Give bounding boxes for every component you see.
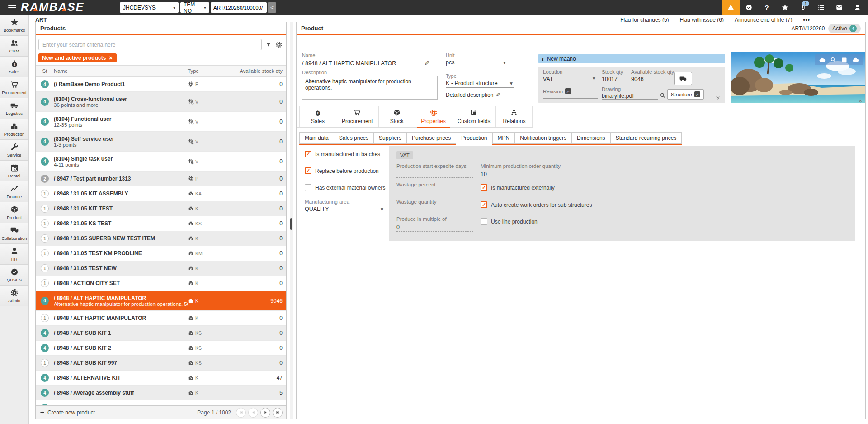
subtab-sales-prices[interactable]: Sales prices: [334, 132, 373, 144]
menu-icon[interactable]: [8, 4, 16, 11]
subtab-main-data[interactable]: Main data: [299, 132, 334, 144]
collapse-header-icon[interactable]: [857, 98, 863, 104]
product-row[interactable]: 1 / 8948 / ALT HAPTIC MANIPULATOR K 0: [36, 311, 286, 326]
col-st[interactable]: St: [36, 68, 54, 74]
sidebar-item-logistics[interactable]: Logistics: [0, 98, 28, 119]
product-row[interactable]: 4 (/ RamBase Demo Product1 P 0: [36, 77, 286, 92]
tab-procurement[interactable]: Procurement: [336, 106, 379, 127]
sidebar-item-service[interactable]: Service: [0, 140, 28, 161]
checkbox-auto-create-work-orders-for-sub-structures[interactable]: ✓: [481, 201, 487, 208]
field-underline[interactable]: [396, 213, 473, 213]
topbar-verified-button[interactable]: [740, 0, 758, 15]
sidebar-item-crm[interactable]: CRM: [0, 36, 28, 57]
subtab-standard-recurring-prices[interactable]: Standard recurring prices: [610, 132, 682, 144]
unit-select[interactable]: pcs▼: [446, 59, 507, 67]
topbar-favorites-button[interactable]: [776, 0, 794, 15]
sidebar-item-production[interactable]: Production: [0, 119, 28, 140]
system-select[interactable]: JHCDEVSYS▾: [120, 2, 179, 13]
product-row[interactable]: 1 / 8948 / 31.05 KIT ASSEMBLY KA 0: [36, 186, 286, 201]
sidebar-item-procurement[interactable]: Procurement: [0, 77, 28, 98]
type-select[interactable]: K - Product structure▼: [446, 80, 514, 88]
checkbox-is-manufactured-externally[interactable]: ✓: [481, 184, 487, 191]
sidebar-item-finance[interactable]: Finance: [0, 181, 28, 202]
name-field[interactable]: / 8948 / ALT HAPTIC MANIPULATOR ✎: [302, 60, 429, 67]
topbar-messages-button[interactable]: [830, 0, 848, 15]
previous-page-button[interactable]: [248, 408, 258, 418]
product-row[interactable]: 2 / 8947 / Test part number 1313 P 0: [36, 172, 286, 186]
topbar-tasks-button[interactable]: [812, 0, 830, 15]
sidebar-item-collaboration[interactable]: Collaboration: [0, 223, 28, 244]
last-page-button[interactable]: [273, 408, 283, 418]
product-row[interactable]: 1 / 8948 / ACTION CITY SET K 0: [36, 276, 286, 291]
col-type[interactable]: Type: [188, 68, 222, 74]
settings-icon[interactable]: [275, 41, 283, 48]
subtab-dimensions[interactable]: Dimensions: [571, 132, 610, 144]
tab-stock[interactable]: Stock: [379, 106, 415, 127]
open-image-icon[interactable]: [841, 57, 848, 63]
drawing-value[interactable]: binaryfile.pdf: [602, 93, 658, 100]
upload-image-icon[interactable]: [819, 57, 826, 63]
subtab-notification-triggers[interactable]: Notification triggers: [514, 132, 571, 144]
checkbox-is-manufactured-in-batches[interactable]: ✓: [305, 151, 311, 157]
product-row[interactable]: 4 / 8948 / ALT SUB KIT 2 KS 0: [36, 341, 286, 356]
tab-sales[interactable]: $Sales: [299, 106, 336, 127]
checkbox-has-external-material-owners[interactable]: [305, 184, 311, 191]
product-row[interactable]: 4 / 8948 / ALT SUB KIT 1 KS 0: [36, 326, 286, 341]
target-input[interactable]: [211, 2, 267, 13]
company-select[interactable]: TEM-NO▾: [180, 2, 209, 13]
location-select[interactable]: VAT▼: [543, 76, 596, 82]
product-row[interactable]: 4 / 8948 / Average assembly stuff K 5: [36, 386, 286, 400]
field-underline[interactable]: [396, 231, 473, 232]
product-row[interactable]: 1 / 8948 / ALT SUB KIT 997 KS 0: [36, 356, 286, 371]
field-underline[interactable]: [396, 177, 473, 178]
product-row[interactable]: 4 (8104) Self service user1-3 points V 0: [36, 132, 286, 152]
product-row[interactable]: 1 / 8948 / 31.05 KS TEST KS 0: [36, 216, 286, 231]
topbar-warning-button[interactable]: [722, 0, 740, 15]
close-icon[interactable]: ✕: [108, 55, 113, 61]
subtab-mpn[interactable]: MPN: [492, 132, 515, 144]
product-row[interactable]: 4 (8104) Cross-functional user36 points …: [36, 92, 286, 112]
download-image-icon[interactable]: [852, 57, 859, 63]
topbar-profile-button[interactable]: [848, 0, 866, 15]
checkbox-use-line-production[interactable]: [481, 218, 487, 225]
product-row[interactable]: 4 (8104) Single task user4-11 points V 0: [36, 152, 286, 172]
back-button[interactable]: <: [268, 2, 276, 13]
vat-chip[interactable]: VAT: [396, 151, 413, 159]
field-underline[interactable]: [481, 179, 849, 179]
field-value[interactable]: 0: [396, 224, 400, 230]
field-value[interactable]: 10: [481, 171, 487, 177]
next-page-button[interactable]: [260, 408, 270, 418]
filter-icon[interactable]: [265, 41, 272, 48]
product-row[interactable]: 4 / 8948 / ALT HAPTIC MANIPULATORAlterna…: [36, 291, 286, 311]
edit-icon[interactable]: ✎: [425, 60, 429, 67]
structure-button[interactable]: Structure↗: [667, 89, 704, 100]
product-row[interactable]: 4 (8104) Functional user12-35 points V 0: [36, 112, 286, 132]
sidebar-item-bookmarks[interactable]: Bookmarks: [0, 15, 28, 36]
splitter-handle[interactable]: [290, 218, 292, 230]
product-row[interactable]: 1 / 8948 / 31.05 KIT TEST K 0: [36, 201, 286, 216]
edit-icon[interactable]: ✎: [495, 91, 500, 98]
manufacturing-area-select[interactable]: QUALITY ▼: [305, 206, 384, 214]
tab-relations[interactable]: Relations: [496, 106, 533, 127]
tab-properties[interactable]: Properties: [415, 106, 452, 127]
sidebar-item-sales[interactable]: $Sales: [0, 57, 28, 77]
goods-reception-button[interactable]: [674, 72, 692, 85]
detailed-description-link[interactable]: Detailed description✎: [446, 91, 500, 98]
topbar-help-button[interactable]: ?: [758, 0, 776, 15]
checkbox-replace-before-production[interactable]: ✓: [305, 167, 311, 174]
sidebar-item-product[interactable]: Product: [0, 202, 28, 223]
field-underline[interactable]: [396, 195, 473, 195]
product-row[interactable]: 1 / 8948 / 31.05 SUPERB NEW TEST ITEM K …: [36, 231, 286, 246]
description-field[interactable]: Alternative haptic manipulator for produ…: [302, 76, 438, 100]
expand-more-icon[interactable]: [715, 95, 721, 101]
subtab-production[interactable]: Production: [456, 132, 492, 145]
tab-custom-fields[interactable]: Custom fields: [452, 106, 496, 127]
filter-chip[interactable]: New and active products✕: [38, 53, 117, 62]
search-icon[interactable]: [660, 92, 666, 99]
col-name[interactable]: Name: [54, 68, 188, 74]
sidebar-item-rental[interactable]: Rental: [0, 161, 28, 181]
open-revision-icon[interactable]: ↗: [565, 88, 571, 94]
col-qty[interactable]: Available stock qty: [222, 68, 286, 74]
product-row[interactable]: 4 / 8948 / ALTERNATIVE KIT K 47: [36, 371, 286, 386]
sidebar-item-hr[interactable]: HR: [0, 244, 28, 265]
